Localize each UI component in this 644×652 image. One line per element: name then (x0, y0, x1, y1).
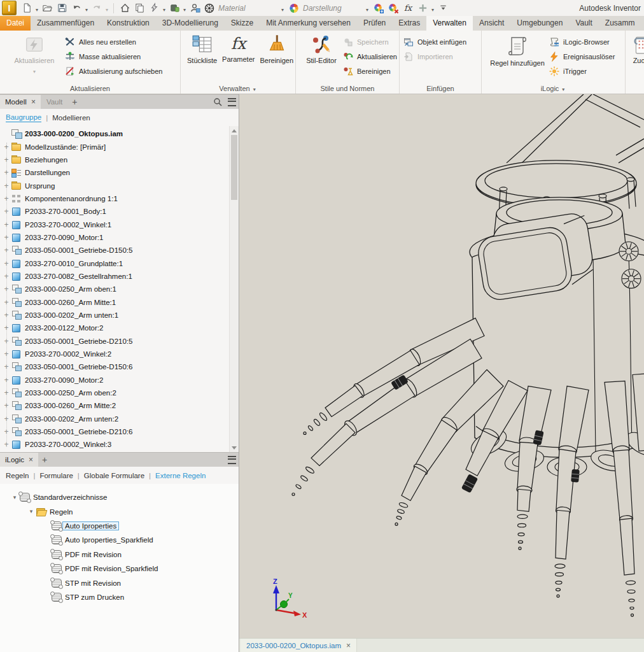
vault-panel-tab[interactable]: Vault (41, 98, 68, 106)
model-tree-item[interactable]: + 2033-050-0001_Getriebe-D210:6 (0, 425, 239, 438)
purge-button[interactable]: Bereinigen (257, 32, 296, 83)
add-panel-icon[interactable]: + (68, 97, 81, 106)
ribbon-tab[interactable]: Datei (0, 16, 31, 31)
ilogic-browser-button[interactable]: iLogic-Browser (549, 36, 615, 48)
model-tree-item[interactable]: + Darstellungen (0, 166, 239, 179)
ilogic-tree-item[interactable]: ▾ Standardverzeichnisse (0, 490, 239, 504)
appearance-wheel-icon[interactable] (287, 1, 301, 15)
model-tree-item[interactable]: + Beziehungen (0, 153, 239, 166)
ribbon-tab[interactable]: Vault (569, 16, 598, 31)
ilogic-tree-item[interactable]: Auto Iproperties_Sparkfield (0, 533, 239, 547)
ribbon-toggle-icon[interactable] (436, 1, 450, 15)
ilogic-tab-rules[interactable]: Regeln (6, 472, 29, 479)
model-tree-item[interactable]: + 2033-050-0001_Getriebe-D150:5 (0, 244, 239, 257)
ribbon-tab[interactable]: Mit Anmerkung versehen (260, 16, 357, 31)
expand-icon[interactable]: + (2, 363, 11, 371)
expand-icon[interactable]: + (2, 376, 11, 384)
material-dropdown[interactable]: Material (218, 3, 285, 14)
styles-save-button[interactable]: Speichern (343, 36, 396, 48)
appearance-add-wheel-icon[interactable] (372, 1, 386, 15)
sketch-symbol-icon[interactable] (147, 1, 161, 15)
viewport-canvas[interactable]: Z X Y (239, 94, 644, 638)
redo-icon[interactable] (90, 1, 104, 15)
import-button[interactable]: Importieren (403, 50, 466, 62)
expand-icon[interactable]: + (2, 324, 11, 332)
model-tree-item[interactable]: + 2033-270-0010_Grundplatte:1 (0, 257, 239, 269)
expand-icon[interactable]: ▾ (27, 509, 36, 514)
model-tree-item[interactable]: 2033-000-0200_Oktopus.iam (0, 127, 239, 140)
fx-parameters-icon[interactable]: fx (401, 1, 415, 15)
undo-icon[interactable] (69, 1, 83, 15)
new-caret-icon[interactable] (34, 3, 39, 14)
expand-icon[interactable]: + (2, 169, 11, 176)
user-icon[interactable] (188, 1, 202, 15)
material-wheel-icon[interactable] (202, 1, 216, 15)
document-tab[interactable]: 2033-000-0200_Oktopus.iam × (241, 639, 357, 652)
model-tree-item[interactable]: + P2033-270-0001_Body:1 (0, 205, 239, 218)
model-tree-item[interactable]: + 2033-000-0250_Arm oben:2 (0, 386, 239, 399)
assign-button[interactable]: Zuord (629, 32, 644, 83)
filter-assembly-link[interactable]: Baugruppe (6, 113, 41, 122)
ilogic-tree-item[interactable]: STP mit Revision (0, 576, 239, 590)
expand-icon[interactable]: + (2, 311, 11, 319)
save-icon[interactable] (55, 1, 69, 15)
new-document-icon[interactable] (20, 1, 34, 15)
ilogic-tree-item[interactable]: ▾ Regeln (0, 504, 239, 518)
material-manager-icon[interactable] (167, 1, 181, 15)
update-mass-button[interactable]: Masse aktualisieren (65, 50, 162, 62)
model-tree-item[interactable]: + 2033-000-0260_Arm Mitte:2 (0, 399, 239, 412)
style-editor-button[interactable]: Stil-Editor (300, 32, 343, 83)
expand-icon[interactable]: + (2, 299, 11, 306)
event-trigger-button[interactable]: Ereignisauslöser (549, 50, 615, 62)
model-tree-item[interactable]: + Ursprung (0, 179, 239, 192)
expand-icon[interactable]: + (2, 246, 11, 254)
ribbon-tab[interactable]: Skizze (225, 16, 260, 31)
ilogic-tab-external-rules[interactable]: Externe Regeln (155, 472, 206, 479)
model-tree-item[interactable]: + 2033-200-0122_Motor:2 (0, 322, 239, 334)
group-label-ilogic[interactable]: iLogic (482, 83, 625, 94)
model-tree-item[interactable]: + P2033-270-0002_Winkel:3 (0, 438, 239, 451)
ilogic-tree-item[interactable]: Auto Iproperties (0, 519, 239, 533)
ilogic-tree-item[interactable]: PDF mit Revision_Sparkfield (0, 562, 239, 576)
model-tree-item[interactable]: + 2033-270-0090_Motor:1 (0, 231, 239, 244)
expand-icon[interactable]: + (2, 234, 11, 241)
model-tree-item[interactable]: + 2033-270-0090_Motor:2 (0, 374, 239, 386)
ilogic-tree-item[interactable]: STP zum Drucken (0, 590, 239, 604)
add-panel-icon[interactable]: + (38, 455, 51, 464)
rebuild-all-button[interactable]: Alles neu erstellen (65, 36, 162, 48)
expand-icon[interactable]: + (2, 221, 11, 229)
expand-icon[interactable]: + (2, 182, 11, 190)
ribbon-tab[interactable]: Extras (392, 16, 426, 31)
model-tree-item[interactable]: + 2033-000-0260_Arm Mitte:1 (0, 295, 239, 308)
model-tree-item[interactable]: + 2033-000-0202_Arm unten:1 (0, 309, 239, 322)
filter-modeling-link[interactable]: Modellieren (52, 114, 90, 122)
toolbar-customize-caret-icon[interactable] (430, 3, 435, 14)
model-tree-item[interactable]: + P2033-270-0002_Winkel:2 (0, 348, 239, 360)
expand-icon[interactable]: + (2, 350, 11, 358)
expand-icon[interactable]: + (2, 208, 11, 215)
update-button[interactable]: Aktualisieren (4, 32, 65, 83)
expand-icon[interactable]: + (2, 441, 11, 448)
add-rule-button[interactable]: Regel hinzufügen (486, 32, 549, 83)
expand-icon[interactable]: + (2, 195, 11, 202)
expand-icon[interactable]: + (2, 143, 11, 151)
ribbon-tab[interactable]: 3D-Modellierung (156, 16, 225, 31)
model-tree-item[interactable]: + 2033-000-0202_Arm unten:2 (0, 413, 239, 425)
ilogic-tree-item[interactable]: PDF mit Revision (0, 548, 239, 562)
parameters-button[interactable]: fx Parameter (220, 32, 257, 83)
model-tree-item[interactable]: + 2033-270-0082_Gestellrahmen:1 (0, 270, 239, 283)
ribbon-tab[interactable]: Konstruktion (101, 16, 156, 31)
undo-caret-icon[interactable] (84, 3, 89, 14)
panel-menu-icon[interactable] (225, 98, 239, 106)
styles-purge-button[interactable]: Bereinigen (343, 65, 396, 77)
expand-icon[interactable]: + (2, 337, 11, 345)
model-tree-item[interactable]: + P2033-270-0002_Winkel:1 (0, 218, 239, 230)
expand-icon[interactable]: + (2, 273, 11, 280)
redo-caret-icon[interactable] (104, 3, 109, 14)
ribbon-tab[interactable]: Verwalten (426, 16, 473, 31)
add-plus-icon[interactable] (416, 1, 430, 15)
ribbon-tab[interactable]: Ansicht (473, 16, 510, 31)
ribbon-tab[interactable]: Zusamm (599, 16, 641, 31)
inventor-logo-icon[interactable]: I (2, 1, 17, 15)
expand-icon[interactable]: + (2, 415, 11, 423)
